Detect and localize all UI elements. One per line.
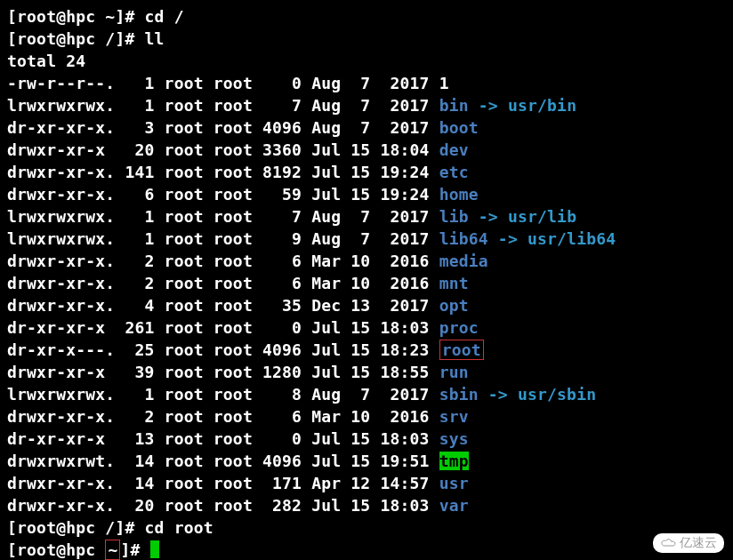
watermark-text: 亿速云 [680, 535, 717, 551]
dir-name: run [439, 363, 469, 381]
dir-name: media [439, 252, 488, 270]
ls-row: drwxr-xr-x. 14 root root 171 Apr 12 14:5… [7, 474, 439, 492]
ls-row: lrwxrwxrwx. 1 root root 8 Aug 7 2017 [7, 385, 439, 404]
ls-row: dr-xr-xr-x. 3 root root 4096 Aug 7 2017 [7, 118, 439, 137]
prompt-line: [root@hpc /]# cd root [7, 518, 213, 537]
ls-row: drwxr-xr-x. 2 root root 6 Mar 10 2016 [7, 274, 439, 292]
ls-row: lrwxrwxrwx. 1 root root 7 Aug 7 2017 [7, 207, 439, 226]
cloud-icon [660, 538, 676, 548]
cwd-highlighted: ~ [105, 540, 120, 560]
ls-row: drwxr-xr-x. 141 root root 8192 Jul 15 19… [7, 163, 439, 181]
dir-name: home [439, 185, 479, 204]
prompt-line: [root@hpc [7, 540, 105, 559]
dir-name: boot [439, 118, 479, 137]
ls-row: drwxr-xr-x. 4 root root 35 Dec 13 2017 [7, 296, 439, 315]
link-target: usr/bin [508, 96, 576, 115]
dir-name: dev [439, 140, 469, 159]
prompt-line: ]# [120, 540, 149, 559]
ls-row: dr-xr-xr-x 13 root root 0 Jul 15 18:03 [7, 429, 439, 448]
link-name: bin [439, 96, 469, 115]
dir-name-sticky: tmp [439, 452, 469, 470]
ls-row: drwxr-xr-x. 20 root root 282 Jul 15 18:0… [7, 496, 439, 515]
link-name: lib [439, 207, 469, 226]
link-arrow: -> [469, 207, 508, 226]
dir-name: opt [439, 296, 469, 315]
link-arrow: -> [469, 96, 508, 115]
ls-row: dr-xr-xr-x 261 root root 0 Jul 15 18:03 [7, 318, 439, 337]
ls-row: dr-xr-x---. 25 root root 4096 Jul 15 18:… [7, 340, 439, 359]
dir-name: srv [439, 407, 469, 426]
ls-row: lrwxrwxrwx. 1 root root 9 Aug 7 2017 [7, 229, 439, 248]
link-name: sbin [439, 385, 479, 404]
ls-row: drwxr-xr-x. 2 root root 6 Mar 10 2016 [7, 252, 439, 270]
dir-name-highlighted: root [439, 340, 484, 360]
ls-row: drwxr-xr-x. 2 root root 6 Mar 10 2016 [7, 407, 439, 426]
prompt-line: [root@hpc ~]# cd / [7, 7, 184, 26]
ls-row: drwxr-xr-x 39 root root 1280 Jul 15 18:5… [7, 363, 439, 381]
terminal-output[interactable]: [root@hpc ~]# cd / [root@hpc /]# ll tota… [0, 0, 733, 560]
link-target: usr/lib64 [528, 229, 616, 248]
dir-name: proc [439, 318, 479, 337]
ls-row: -rw-r--r--. 1 root root 0 Aug 7 2017 [7, 74, 439, 92]
link-target: usr/sbin [518, 385, 596, 404]
link-arrow: -> [479, 385, 518, 404]
prompt-line: [root@hpc /]# ll [7, 29, 165, 48]
file-name: 1 [439, 74, 449, 92]
ls-row: drwxrwxrwt. 14 root root 4096 Jul 15 19:… [7, 452, 439, 470]
link-name: lib64 [439, 229, 488, 248]
link-arrow: -> [488, 229, 528, 248]
dir-name: etc [439, 163, 469, 181]
dir-name: var [439, 496, 469, 515]
link-target: usr/lib [508, 207, 576, 226]
watermark-badge: 亿速云 [653, 533, 724, 553]
dir-name: usr [439, 474, 469, 492]
cursor-icon [150, 540, 159, 558]
dir-name: sys [439, 429, 469, 448]
ls-row: drwxr-xr-x. 6 root root 59 Jul 15 19:24 [7, 185, 439, 204]
ls-row: drwxr-xr-x 20 root root 3360 Jul 15 18:0… [7, 140, 439, 159]
ls-row: lrwxrwxrwx. 1 root root 7 Aug 7 2017 [7, 96, 439, 115]
dir-name: mnt [439, 274, 469, 292]
total-line: total 24 [7, 52, 85, 70]
